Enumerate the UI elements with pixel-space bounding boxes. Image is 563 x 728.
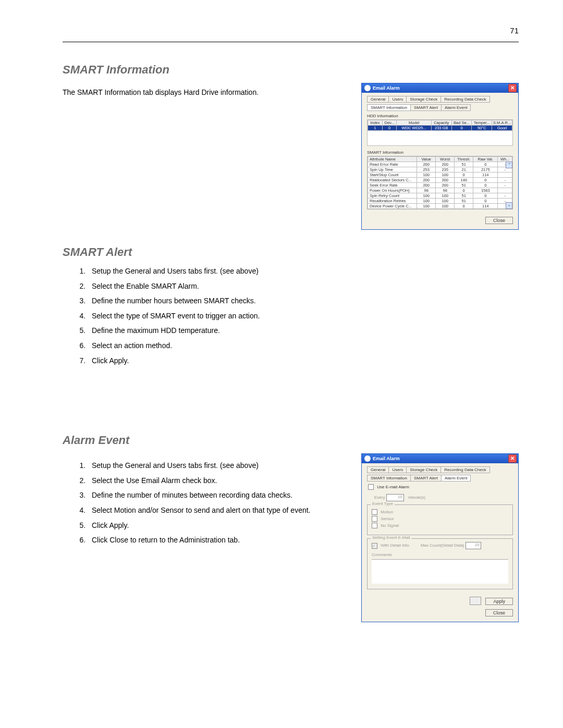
sensor-label: Sensor <box>381 516 394 521</box>
detail-checkbox[interactable]: ✓ <box>372 543 377 549</box>
nosignal-checkbox[interactable] <box>372 523 377 528</box>
titlebar[interactable]: Email Alarm ✕ <box>362 83 518 93</box>
sensor-checkbox[interactable] <box>372 516 377 522</box>
close-icon[interactable]: ✕ <box>508 84 517 92</box>
every-minutes-input[interactable]: 10 <box>386 494 404 501</box>
tab-smart-information[interactable]: SMART Information <box>367 475 411 482</box>
tab-alarm-event[interactable]: Alarm Event <box>441 104 471 111</box>
motion-checkbox[interactable] <box>372 509 377 515</box>
smart-col-value[interactable]: Value <box>417 157 436 162</box>
use-email-alarm-label: Use E-mail Alarm <box>377 485 409 489</box>
email-alarm-dialog-event: Email Alarm ✕ General Users Storage Chec… <box>361 453 519 622</box>
tab-general[interactable]: General <box>367 96 389 103</box>
step-item: Setup the General and Users tabs first. … <box>88 266 519 277</box>
motion-label: Motion <box>381 510 393 514</box>
heading-alarm-event: Alarm Event <box>63 434 519 447</box>
apply-button[interactable]: Apply <box>485 598 513 605</box>
smart-col-wh[interactable]: Wh... <box>498 157 512 162</box>
heading-smart-info: SMART Information <box>63 63 519 77</box>
tab-smart-alert[interactable]: SMART Alert <box>410 104 442 111</box>
comments-textarea[interactable] <box>372 559 508 584</box>
email-alarm-dialog-smart: Email Alarm ✕ General Users Storage Chec… <box>361 83 519 230</box>
tab-storage-check[interactable]: Storage Check <box>406 96 441 103</box>
smart-alert-steps: Setup the General and Users tabs first. … <box>63 266 519 366</box>
smart-col-raw[interactable]: Raw Val. <box>473 157 498 162</box>
hdd-col-capacity[interactable]: Capacity <box>431 120 451 126</box>
every-unit: minute(s) <box>408 495 425 500</box>
step-item: Define the number hours between SMART ch… <box>88 296 519 306</box>
tab-alarm-event[interactable]: Alarm Event <box>441 475 471 482</box>
smart-row[interactable]: Spin Retry Count100100510- <box>368 193 512 199</box>
smart-row[interactable]: Power On Hours(POH)989801583 <box>368 188 512 193</box>
step-item: Select an action method. <box>88 341 519 351</box>
close-button[interactable]: Close <box>485 217 513 224</box>
close-button[interactable]: Close <box>485 609 513 616</box>
tab-row-2: SMART Information SMART Alert Alarm Even… <box>367 475 513 481</box>
hdd-col-temp[interactable]: Temper... <box>472 120 492 126</box>
maxcount-input[interactable]: 20 <box>466 542 481 549</box>
alarm-event-steps: Setup the General and Users tabs first. … <box>63 461 346 546</box>
smart-row[interactable]: Read Error Rate200200510- <box>368 162 512 167</box>
tab-storage-check[interactable]: Storage Check <box>406 466 441 473</box>
smart-row[interactable]: Seek Error Rate200200510- <box>368 183 512 188</box>
step-item: Select the Use Email Alarm check box. <box>88 476 346 486</box>
nosignal-label: No Signal <box>381 523 399 528</box>
hdd-info-label: HDD Information <box>367 114 513 118</box>
comments-label: Comments <box>372 552 508 557</box>
smart-col-worst[interactable]: Worst <box>436 157 455 162</box>
dialog-title: Email Alarm <box>373 456 508 461</box>
heading-smart-alert: SMART Alert <box>63 245 519 259</box>
setting-event-email-label: Setting Event E-Mail <box>371 535 411 540</box>
titlebar[interactable]: Email Alarm ✕ <box>362 454 518 463</box>
hdd-col-index[interactable]: Index <box>368 120 383 126</box>
step-item: Click Close to return to the Administrat… <box>88 535 346 546</box>
tab-row-1: General Users Storage Check Recording Da… <box>367 466 513 473</box>
step-item: Select the type of SMART event to trigge… <box>88 311 519 322</box>
step-item: Define the maximum HDD temperature. <box>88 326 519 336</box>
step-item: Select the Enable SMART Alarm. <box>88 281 519 292</box>
every-label: Every <box>374 495 385 500</box>
hdd-col-smart[interactable]: S.M.A.R... <box>492 120 512 126</box>
event-type-label: Event Type <box>371 501 395 506</box>
event-type-group: Event Type Motion Sensor No Signal <box>367 504 513 535</box>
smart-row[interactable]: Device Power Cycle C...1001000114 <box>368 204 512 209</box>
tab-users[interactable]: Users <box>388 466 407 473</box>
scroll-right-icon[interactable]: › <box>506 202 512 209</box>
tab-smart-alert[interactable]: SMART Alert <box>410 475 442 482</box>
smart-col-attr[interactable]: Attribute Name <box>368 157 417 162</box>
scroll-up-icon[interactable]: ˄ <box>506 162 512 168</box>
hdd-col-badsector[interactable]: Bad Se... <box>451 120 472 126</box>
app-icon <box>364 455 371 462</box>
maxcount-label: Max Count(Detail Data) <box>421 543 464 548</box>
tab-general[interactable]: General <box>367 466 389 473</box>
step-item: Click Apply. <box>88 521 346 531</box>
use-email-alarm-checkbox[interactable] <box>368 484 374 490</box>
tab-smart-information[interactable]: SMART Information <box>367 104 411 111</box>
smart-info-lead: The SMART Information tab displays Hard … <box>63 88 346 96</box>
dialog-title: Email Alarm <box>373 85 508 91</box>
hdd-row-selected[interactable]: 1 0 WDC WD25... 233 GB 0 50°C Good <box>368 126 512 131</box>
smart-row[interactable]: Spin Up Time253235212175- <box>368 167 512 172</box>
hdd-col-model[interactable]: Model <box>397 120 431 126</box>
detail-label: With Detail Info. <box>381 543 410 548</box>
hdd-col-dev[interactable]: Dev... <box>382 120 397 126</box>
smart-col-thresh[interactable]: Thresh. <box>455 157 473 162</box>
tab-row-2: SMART Information SMART Alert Alarm Even… <box>367 104 513 110</box>
step-item: Define the number of minutes between rec… <box>88 490 346 501</box>
keyboard-icon[interactable] <box>470 597 481 605</box>
setting-event-email-group: Setting Event E-Mail ✓ With Detail Info.… <box>367 538 513 589</box>
tab-recording-data-check[interactable]: Recording Data Check <box>440 466 489 473</box>
smart-row[interactable]: Recalibration Retries100100510- <box>368 199 512 204</box>
smart-table: Attribute Name Value Worst Thresh. Raw V… <box>368 156 512 209</box>
tab-users[interactable]: Users <box>388 96 407 103</box>
hdd-table: Index Dev... Model Capacity Bad Se... Te… <box>368 120 512 131</box>
tab-recording-data-check[interactable]: Recording Data Check <box>440 96 489 103</box>
step-item: Setup the General and Users tabs first. … <box>88 461 346 471</box>
page-number: 71 <box>510 26 519 35</box>
smart-info-group-label: SMART Information <box>367 150 513 155</box>
close-icon[interactable]: ✕ <box>508 454 517 463</box>
smart-row[interactable]: Reallocated Sectors C...2002001400- <box>368 178 512 183</box>
smart-row[interactable]: Start/Stop Count1001000114 <box>368 172 512 178</box>
app-icon <box>364 85 371 91</box>
step-item: Select Motion and/or Sensor to send and … <box>88 505 346 516</box>
